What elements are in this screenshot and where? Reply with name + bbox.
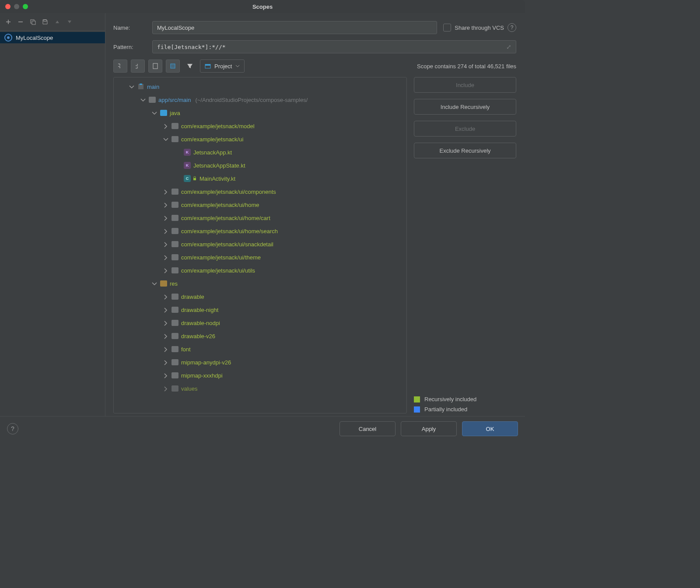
svg-rect-9 — [140, 84, 142, 85]
tree-node-java[interactable]: java — [114, 106, 406, 119]
folder-icon — [172, 136, 178, 142]
tree-node[interactable]: com/example/jetsnack/model — [114, 119, 406, 133]
scope-item-mylocalscope[interactable]: MyLocalScope — [0, 32, 105, 43]
copy-icon[interactable] — [27, 17, 38, 27]
folder-icon — [160, 280, 167, 287]
remove-icon[interactable] — [15, 17, 26, 27]
tree-node[interactable]: drawable-v26 — [114, 329, 406, 343]
legend-swatch-icon — [414, 406, 420, 413]
folder-icon — [172, 241, 178, 247]
add-icon[interactable] — [3, 17, 14, 27]
folder-icon — [172, 320, 178, 326]
tree-node[interactable]: mipmap-anydpi-v26 — [114, 356, 406, 369]
legend-partial: Partially included — [414, 406, 516, 413]
folder-icon — [172, 385, 178, 392]
help-icon[interactable]: ? — [7, 423, 18, 434]
tree-file[interactable]: K JetsnackApp.kt — [114, 146, 406, 159]
svg-rect-10 — [193, 178, 196, 180]
name-input[interactable]: MyLocalScope — [152, 21, 437, 34]
new-file-icon[interactable] — [148, 60, 162, 73]
help-icon[interactable]: ? — [508, 23, 516, 32]
tree-file[interactable]: C MainActivity.kt — [114, 172, 406, 185]
file-tree[interactable]: main app/src/main (~/AndroidStudioProjec… — [113, 77, 407, 413]
project-icon — [205, 63, 211, 69]
titlebar: Scopes — [0, 0, 525, 13]
folder-icon — [172, 267, 178, 273]
apply-button[interactable]: Apply — [401, 421, 457, 436]
expand-tree-icon[interactable] — [113, 60, 127, 73]
svg-rect-2 — [44, 20, 46, 21]
tree-node-main[interactable]: main — [114, 80, 406, 93]
include-button[interactable]: Include — [414, 77, 516, 93]
folder-icon — [172, 294, 178, 300]
folder-icon — [172, 123, 178, 129]
checkbox-icon — [443, 24, 451, 32]
tree-node[interactable]: com/example/jetsnack/ui/home/search — [114, 224, 406, 238]
expand-icon[interactable]: ⤢ — [506, 43, 511, 50]
tree-node[interactable]: values — [114, 382, 406, 395]
cancel-button[interactable]: Cancel — [340, 421, 396, 436]
scope-radio-icon — [4, 34, 12, 42]
view-selector[interactable]: Project — [200, 60, 245, 73]
folder-icon — [172, 346, 178, 352]
folder-icon — [172, 333, 178, 339]
tree-node[interactable]: com/example/jetsnack/ui/theme — [114, 251, 406, 264]
collapse-tree-icon[interactable] — [131, 60, 145, 73]
svg-rect-7 — [205, 64, 210, 66]
lock-icon — [192, 176, 197, 181]
folder-icon — [172, 372, 178, 378]
svg-rect-3 — [153, 63, 158, 69]
pattern-label: Pattern: — [113, 44, 146, 50]
sidebar-toolbar — [0, 13, 105, 31]
exclude-recursively-button[interactable]: Exclude Recursively — [414, 143, 516, 158]
tree-node-app[interactable]: app/src/main (~/AndroidStudioProjects/co… — [114, 93, 406, 106]
activity-file-icon: C — [184, 175, 191, 182]
svg-rect-1 — [32, 21, 35, 24]
folder-icon — [172, 359, 178, 365]
tree-node[interactable]: mipmap-xxxhdpi — [114, 369, 406, 382]
tree-node[interactable]: drawable-nodpi — [114, 316, 406, 329]
scope-item-label: MyLocalScope — [16, 35, 53, 41]
tree-node[interactable]: com/example/jetsnack/ui/snackdetail — [114, 238, 406, 251]
dialog-footer: ? Cancel Apply OK — [0, 416, 525, 441]
ok-button[interactable]: OK — [462, 421, 518, 436]
move-down-icon — [64, 17, 75, 27]
folder-icon — [172, 254, 178, 260]
tree-file[interactable]: K JetsnackAppState.kt — [114, 159, 406, 172]
exclude-button[interactable]: Exclude — [414, 121, 516, 136]
scope-stats: Scope contains 274 of total 46,521 files — [417, 63, 516, 70]
folder-icon — [172, 228, 178, 234]
tree-node[interactable]: com/example/jetsnack/ui/utils — [114, 264, 406, 277]
tree-node[interactable]: drawable-night — [114, 303, 406, 316]
legend-recursive: Recursively included — [414, 396, 516, 402]
tree-node[interactable]: drawable — [114, 290, 406, 303]
save-icon[interactable] — [39, 17, 51, 27]
pattern-input[interactable]: file[Jetsnack*]:*//* ⤢ — [152, 40, 516, 53]
include-recursively-button[interactable]: Include Recursively — [414, 99, 516, 115]
tree-node[interactable]: com/example/jetsnack/ui/home — [114, 198, 406, 211]
sidebar: MyLocalScope — [0, 13, 105, 416]
share-through-vcs-checkbox[interactable]: Share through VCS ? — [443, 23, 516, 32]
tree-node[interactable]: com/example/jetsnack/ui/home/cart — [114, 211, 406, 224]
tree-node[interactable]: com/example/jetsnack/ui — [114, 133, 406, 146]
folder-icon — [172, 215, 178, 221]
tree-node[interactable]: font — [114, 343, 406, 356]
layout-icon[interactable] — [166, 60, 180, 73]
chevron-down-icon — [235, 64, 240, 68]
folder-icon — [172, 202, 178, 208]
folder-icon — [172, 189, 178, 195]
name-label: Name: — [113, 24, 146, 31]
module-icon — [137, 83, 144, 90]
main-panel: Name: MyLocalScope Share through VCS ? P… — [105, 13, 525, 416]
filter-icon[interactable] — [183, 60, 196, 72]
tree-node-res[interactable]: res — [114, 277, 406, 290]
tree-node[interactable]: com/example/jetsnack/ui/components — [114, 185, 406, 198]
kotlin-file-icon: K — [184, 149, 191, 156]
move-up-icon — [52, 17, 63, 27]
scope-list: MyLocalScope — [0, 31, 105, 416]
window-title: Scopes — [0, 4, 525, 10]
folder-icon — [149, 97, 156, 103]
folder-icon — [160, 110, 167, 116]
legend-swatch-icon — [414, 396, 420, 402]
kotlin-file-icon: K — [184, 162, 191, 169]
